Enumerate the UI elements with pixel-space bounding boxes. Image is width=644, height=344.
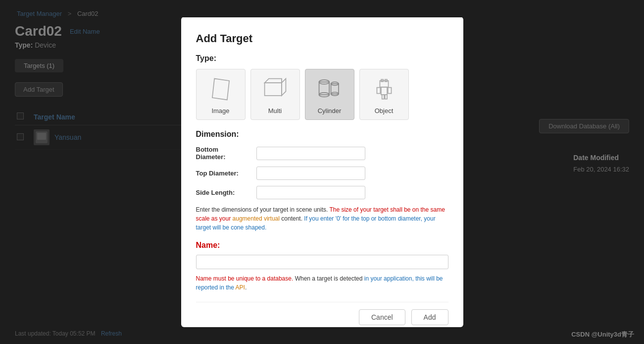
name-hint: Name must be unique to a database. When …	[196, 274, 448, 292]
type-option-object[interactable]: Object	[359, 69, 409, 120]
dimension-section-label: Dimension:	[196, 130, 448, 139]
top-diameter-label: Top Diameter:	[196, 170, 250, 177]
add-target-modal: Add Target Type: Image Multi	[181, 17, 463, 327]
object-type-label: Object	[375, 107, 394, 115]
cancel-button[interactable]: Cancel	[359, 309, 405, 325]
multi-type-icon	[260, 74, 290, 104]
svg-rect-15	[381, 87, 387, 94]
type-options-group: Image Multi	[196, 69, 448, 120]
name-input[interactable]	[196, 255, 448, 269]
side-length-input[interactable]	[256, 186, 365, 199]
svg-rect-19	[385, 95, 387, 99]
svg-rect-17	[388, 87, 391, 93]
type-option-multi[interactable]: Multi	[250, 69, 300, 120]
svg-marker-4	[264, 78, 281, 83]
side-length-label: Side Length:	[196, 189, 250, 196]
multi-type-label: Multi	[268, 107, 282, 115]
svg-rect-3	[264, 83, 281, 96]
add-button[interactable]: Add	[411, 309, 448, 325]
bottom-diameter-label: BottomDiameter:	[196, 146, 250, 161]
modal-title: Add Target	[196, 32, 448, 45]
cylinder-type-icon	[315, 74, 345, 104]
cylinder-type-label: Cylinder	[318, 107, 342, 115]
dimension-hint: Enter the dimensions of your target in s…	[196, 205, 448, 232]
image-type-icon	[206, 74, 236, 104]
modal-footer: Cancel Add	[196, 302, 448, 325]
side-length-row: Side Length:	[196, 186, 448, 199]
object-type-icon	[369, 74, 399, 104]
image-type-label: Image	[211, 107, 229, 115]
bottom-diameter-input[interactable]	[256, 146, 365, 160]
name-section-label: Name:	[196, 241, 448, 250]
svg-rect-16	[377, 87, 380, 93]
bottom-diameter-row: BottomDiameter:	[196, 146, 448, 161]
svg-marker-2	[212, 78, 229, 100]
type-section-label: Type:	[196, 54, 448, 63]
svg-marker-7	[281, 78, 286, 95]
type-option-cylinder[interactable]: Cylinder	[305, 69, 354, 120]
top-diameter-row: Top Diameter:	[196, 167, 448, 180]
top-diameter-input[interactable]	[256, 167, 365, 180]
svg-rect-18	[382, 95, 384, 99]
type-option-image[interactable]: Image	[196, 69, 246, 120]
